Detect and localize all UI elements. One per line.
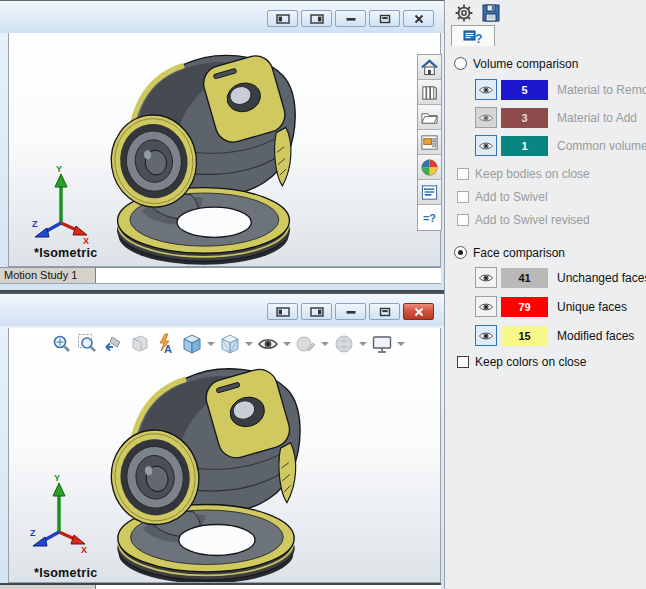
file-explorer-icon[interactable] bbox=[418, 105, 441, 130]
material-to-add-count-swatch: 3 bbox=[501, 108, 548, 128]
close-icon bbox=[412, 14, 426, 24]
eye-icon bbox=[478, 301, 494, 313]
visibility-toggle-modified-faces[interactable] bbox=[475, 325, 497, 346]
orientation-triad bbox=[29, 474, 89, 556]
appearances-icon[interactable] bbox=[418, 155, 441, 180]
keep-colors-checkbox[interactable] bbox=[457, 356, 469, 368]
save-icon[interactable] bbox=[482, 4, 500, 26]
view-orientation-dropdown-arrow[interactable] bbox=[206, 332, 216, 356]
close-button[interactable] bbox=[403, 303, 434, 320]
section-view-icon[interactable] bbox=[128, 332, 152, 356]
display-style-icon[interactable] bbox=[218, 332, 242, 356]
viewport-1[interactable]: *Isometric bbox=[8, 33, 441, 267]
view-palette-icon[interactable] bbox=[418, 130, 441, 155]
compare-window-2: *Isometric A bbox=[0, 292, 444, 589]
help-icon[interactable]: =? bbox=[418, 205, 441, 230]
view-settings-icon[interactable] bbox=[370, 332, 394, 356]
add-to-swivel-option[interactable]: Add to Swivel bbox=[457, 190, 548, 204]
pane-toggle-right-button[interactable] bbox=[301, 303, 332, 320]
pane-toggle-left-button[interactable] bbox=[267, 303, 298, 320]
add-to-swivel-revised-checkbox[interactable] bbox=[457, 214, 469, 226]
design-library-icon[interactable] bbox=[418, 80, 441, 105]
home-icon[interactable] bbox=[418, 55, 441, 80]
svg-text:?: ? bbox=[475, 32, 482, 45]
visibility-toggle-common-volume[interactable] bbox=[475, 135, 497, 156]
close-icon bbox=[412, 307, 426, 317]
modified-faces-row: 15 Modified faces bbox=[475, 325, 634, 346]
compare-window-1: *Isometric =? Motion Study 1 bbox=[0, 0, 444, 292]
apply-scene-dropdown-arrow[interactable] bbox=[358, 332, 368, 356]
motion-study-tab[interactable]: Motion Study 1 bbox=[0, 268, 96, 283]
task-pane-toolbar: =? bbox=[417, 54, 442, 231]
minimize-button[interactable] bbox=[335, 303, 366, 320]
modified-faces-count-swatch: 15 bbox=[501, 326, 548, 346]
pane-toggle-left-button[interactable] bbox=[267, 10, 298, 27]
view-orientation-label: *Isometric bbox=[34, 566, 97, 580]
face-comparison-option[interactable]: Face comparison bbox=[454, 245, 565, 260]
material-to-add-label: Material to Add bbox=[557, 111, 637, 125]
edit-appearance-icon[interactable] bbox=[294, 332, 318, 356]
piston-model-cutaway bbox=[106, 41, 301, 267]
restore-button[interactable] bbox=[369, 10, 400, 27]
pane-right-icon bbox=[310, 307, 324, 317]
visibility-toggle-unique-faces[interactable] bbox=[475, 296, 497, 317]
common-volume-label: Common volume bbox=[557, 139, 646, 153]
keep-colors-label: Keep colors on close bbox=[475, 355, 586, 369]
minimize-icon bbox=[344, 14, 358, 24]
eye-icon bbox=[478, 330, 494, 342]
minimize-button[interactable] bbox=[335, 10, 366, 27]
restore-button[interactable] bbox=[369, 303, 400, 320]
hide-show-items-dropdown-arrow[interactable] bbox=[282, 332, 292, 356]
material-to-remove-label: Material to Remove bbox=[557, 83, 646, 97]
face-comparison-radio[interactable] bbox=[454, 246, 467, 259]
zoom-to-fit-icon[interactable] bbox=[50, 332, 74, 356]
add-to-swivel-revised-option[interactable]: Add to Swivel revised bbox=[457, 213, 590, 227]
pane-right-icon bbox=[310, 14, 324, 24]
visibility-toggle-material-to-remove[interactable] bbox=[475, 79, 497, 100]
orientation-triad bbox=[31, 165, 91, 247]
volume-comparison-radio[interactable] bbox=[454, 57, 467, 70]
pane-left-icon bbox=[276, 14, 290, 24]
keep-bodies-on-close-option[interactable]: Keep bodies on close bbox=[457, 167, 590, 181]
keep-bodies-checkbox[interactable] bbox=[457, 168, 469, 180]
view-settings-dropdown-arrow[interactable] bbox=[396, 332, 406, 356]
eye-icon bbox=[478, 272, 494, 284]
common-volume-row: 1 Common volume bbox=[475, 135, 646, 156]
volume-comparison-option[interactable]: Volume comparison bbox=[454, 56, 578, 71]
unique-faces-label: Unique faces bbox=[557, 300, 627, 314]
settings-gear-icon[interactable] bbox=[454, 3, 474, 27]
visibility-toggle-unchanged-faces[interactable] bbox=[475, 267, 497, 288]
material-to-add-row: 3 Material to Add bbox=[475, 107, 637, 128]
edit-appearance-dropdown-arrow[interactable] bbox=[320, 332, 330, 356]
window2-buttons bbox=[267, 303, 434, 320]
compare-tool-icon: ? bbox=[463, 27, 483, 45]
keep-bodies-label: Keep bodies on close bbox=[475, 167, 590, 181]
window1-buttons bbox=[267, 10, 434, 27]
hide-show-items-icon[interactable] bbox=[256, 332, 280, 356]
unique-faces-row: 79 Unique faces bbox=[475, 296, 627, 317]
previous-view-icon[interactable] bbox=[102, 332, 126, 356]
pane-toggle-right-button[interactable] bbox=[301, 10, 332, 27]
piston-model-cutaway bbox=[106, 354, 306, 583]
motion-study-tab-bar: Motion Study 1 bbox=[0, 267, 441, 284]
add-to-swivel-revised-label: Add to Swivel revised bbox=[475, 213, 590, 227]
keep-colors-on-close-option[interactable]: Keep colors on close bbox=[457, 355, 586, 369]
custom-properties-icon[interactable] bbox=[418, 180, 441, 205]
unchanged-faces-label: Unchanged faces bbox=[557, 271, 646, 285]
close-button[interactable] bbox=[403, 10, 434, 27]
display-style-dropdown-arrow[interactable] bbox=[244, 332, 254, 356]
view-orientation-icon[interactable] bbox=[180, 332, 204, 356]
add-to-swivel-checkbox[interactable] bbox=[457, 191, 469, 203]
apply-scene-icon[interactable] bbox=[332, 332, 356, 356]
volume-comparison-label: Volume comparison bbox=[473, 57, 578, 71]
motion-study-tab[interactable] bbox=[0, 585, 96, 589]
unchanged-faces-row: 41 Unchanged faces bbox=[475, 267, 646, 288]
viewport-2[interactable]: *Isometric bbox=[8, 328, 441, 583]
unchanged-faces-count-swatch: 41 bbox=[501, 268, 548, 288]
visibility-toggle-material-to-add[interactable] bbox=[475, 107, 497, 128]
view-orientation-label: *Isometric bbox=[34, 246, 97, 260]
modified-faces-label: Modified faces bbox=[557, 329, 634, 343]
annotations-icon[interactable]: A bbox=[154, 332, 178, 356]
compare-results-tab[interactable]: ? bbox=[451, 25, 495, 46]
zoom-to-area-icon[interactable] bbox=[76, 332, 100, 356]
